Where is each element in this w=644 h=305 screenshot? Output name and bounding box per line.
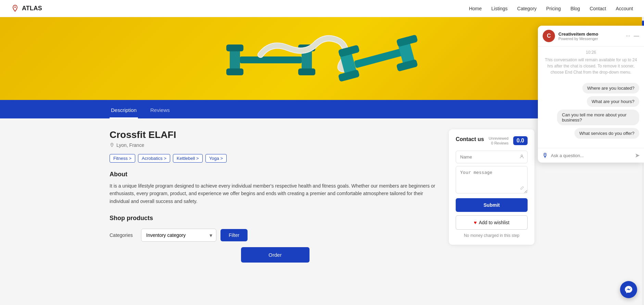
category-select-wrapper: Inventory category ▾ [141,229,216,242]
nav-category[interactable]: Category [517,6,537,11]
listing-location: Lyon, France [110,142,441,148]
chat-scroll-area: 10:26 This conversation will remain avai… [538,47,644,163]
contact-header: Contact us Unreviewed 0 Reviews 0.0 [456,136,528,145]
contact-panel: Contact us Unreviewed 0 Reviews 0.0 [449,129,534,245]
chat-send-button[interactable]: ➤ [635,152,640,159]
unreviewed-text: Unreviewed [489,136,508,140]
svg-rect-2 [226,45,243,51]
wishlist-label: Add to wishlist [479,220,509,225]
chat-input-row: 🎙 ➤ [538,148,644,163]
about-section: About It is a unique lifestyle program d… [110,171,441,205]
logo-icon [11,4,19,13]
svg-rect-3 [226,68,243,75]
location-text: Lyon, France [116,142,144,148]
nav-blog[interactable]: Blog [570,6,580,11]
navbar: ATLAS Home Listings Category Pricing Blo… [0,0,644,17]
chat-header: C Creativeitem demo Powered by Messenger… [538,26,644,47]
chat-powered-by: Powered by Messenger [558,37,622,41]
chat-input[interactable] [551,153,632,158]
pencil-icon [520,185,524,191]
name-field[interactable] [456,151,528,163]
chat-message-3: What services do you offer? [574,128,639,139]
filter-row: Categories Inventory category ▾ Filter [110,229,441,242]
nav-home[interactable]: Home [469,6,482,11]
shop-products-title: Shop products [110,215,441,222]
nav-links: Home Listings Category Pricing Blog Cont… [469,6,633,11]
svg-rect-7 [298,68,315,75]
svg-point-0 [14,7,16,8]
nav-pricing[interactable]: Pricing [546,6,561,11]
nav-account[interactable]: Account [616,6,633,11]
svg-rect-1 [230,48,240,72]
message-field[interactable] [456,166,528,193]
reviews-count: 0 Reviews [491,141,509,145]
svg-point-15 [112,144,112,145]
chat-time: 10:26 [538,47,644,57]
filter-button[interactable]: Filter [220,229,248,241]
chat-message-1: What are your hours? [587,96,639,107]
tag-acrobatics[interactable]: Acrobatics > [138,154,170,163]
svg-point-16 [521,155,523,156]
logo-text: ATLAS [22,5,42,12]
contact-form [456,151,528,195]
shop-products-section: Shop products Categories Inventory categ… [110,215,441,263]
chat-minimize-button[interactable]: — [634,33,639,39]
tag-fitness[interactable]: Fitness > [110,154,135,163]
chat-message-0: Where are you located? [582,83,639,93]
no-charge-text: No money charged in this step [456,233,528,238]
listing-title: Crossfit ELAFI [110,129,441,140]
chat-header-info: Creativeitem demo Powered by Messenger [558,31,622,41]
nav-contact[interactable]: Contact [590,6,606,11]
order-btn-row: Order [110,247,441,263]
chat-messages: Where are you located? What are your hou… [538,79,644,148]
tab-reviews[interactable]: Reviews [149,103,171,118]
message-field-wrapper [456,166,528,195]
chat-company-name: Creativeitem demo [558,31,622,37]
submit-button[interactable]: Submit [456,198,528,212]
tag-yoga[interactable]: Yoga > [205,154,227,163]
contact-title: Contact us [456,136,484,142]
site-logo[interactable]: ATLAS [11,4,42,13]
wishlist-button[interactable]: ♥ Add to wishlist [456,215,528,230]
chat-header-actions: ··· — [626,33,639,39]
microphone-icon: 🎙 [542,152,548,159]
nav-listings[interactable]: Listings [491,6,507,11]
score-badge: 0.0 [513,136,528,145]
order-button[interactable]: Order [241,247,310,263]
svg-rect-4 [240,56,302,63]
location-icon [110,143,114,148]
about-text: It is a unique lifestyle program designe… [110,182,441,205]
chat-message-2: Can you tell me more about your business… [557,110,639,125]
chat-notice: This conversation will remain available … [538,57,644,79]
tab-description[interactable]: Description [110,103,138,118]
review-badge: Unreviewed 0 Reviews [489,136,508,145]
chat-avatar: C [543,30,555,42]
category-select[interactable]: Inventory category [141,229,216,242]
listing-tags: Fitness > Acrobatics > Kettlebell > Yoga… [110,154,441,163]
about-title: About [110,171,441,178]
tag-kettlebell[interactable]: Kettlebell > [173,154,203,163]
categories-label: Categories [110,232,137,238]
name-field-wrapper [456,151,528,163]
heart-icon: ♥ [474,220,477,225]
chat-more-button[interactable]: ··· [626,33,630,39]
hero-illustration [219,21,425,99]
chat-widget: C Creativeitem demo Powered by Messenger… [538,26,644,163]
listing-detail: Crossfit ELAFI Lyon, France Fitness > Ac… [110,129,441,263]
user-icon [519,154,524,160]
